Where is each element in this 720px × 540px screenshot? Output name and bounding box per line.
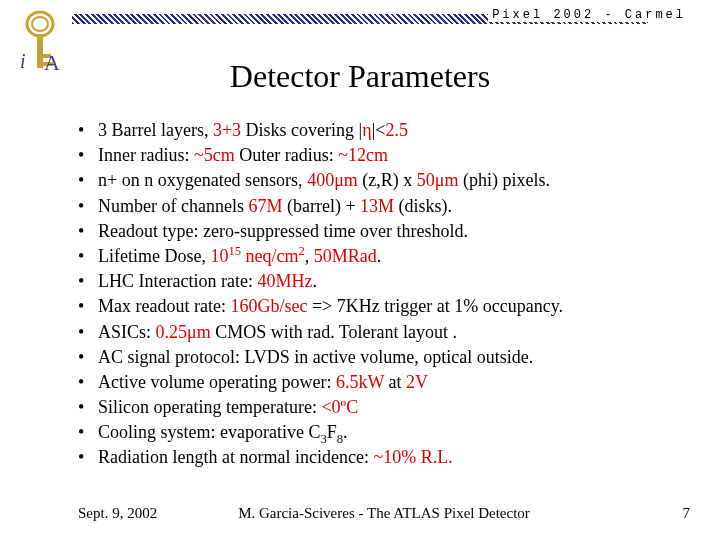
text-run: 3+3 xyxy=(213,120,241,140)
text-run: 50MRad xyxy=(314,246,377,266)
footer-center: M. Garcia-Sciveres - The ATLAS Pixel Det… xyxy=(78,505,690,522)
slide: Pixel 2002 - Carmel i A Detector Paramet… xyxy=(0,0,720,540)
text-run: 3 Barrel layers, xyxy=(98,120,213,140)
text-run: at xyxy=(384,372,406,392)
text-run: (barrel) + xyxy=(282,196,360,216)
text-run: |< xyxy=(372,120,386,140)
text-run: 10 xyxy=(210,246,228,266)
text-run: 0.25μm xyxy=(156,322,211,342)
text-run: LHC Interaction rate: xyxy=(98,271,257,291)
text-run: 160Gb/sec xyxy=(230,296,307,316)
text-run: . xyxy=(312,271,317,291)
text-run: Readout type: zero-suppressed time over … xyxy=(98,221,468,241)
text-run: ~10% R.L. xyxy=(373,447,452,467)
text-run: n+ on n oxygenated sensors, xyxy=(98,170,307,190)
bullet-item: Cooling system: evaporative C3F8. xyxy=(78,420,680,445)
text-run: Inner radius: xyxy=(98,145,194,165)
text-run: Disks covering | xyxy=(241,120,362,140)
text-run: CMOS with rad. Tolerant layout . xyxy=(211,322,457,342)
bullet-item: AC signal protocol: LVDS in active volum… xyxy=(78,345,680,370)
text-run: ~12cm xyxy=(338,145,388,165)
bullet-item: Active volume operating power: 6.5kW at … xyxy=(78,370,680,395)
text-run: Cooling system: evaporative C xyxy=(98,422,320,442)
bullet-item: Readout type: zero-suppressed time over … xyxy=(78,219,680,244)
text-run: Silicon operating temperature: xyxy=(98,397,321,417)
bullet-item: Number of channels 67M (barrel) + 13M (d… xyxy=(78,194,680,219)
text-run: ~5cm xyxy=(194,145,235,165)
header-label: Pixel 2002 - Carmel xyxy=(488,8,690,22)
text-run: 400μm xyxy=(307,170,358,190)
text-run: , xyxy=(305,246,314,266)
bullet-item: LHC Interaction rate: 40MHz. xyxy=(78,269,680,294)
text-run: (z,R) x xyxy=(358,170,417,190)
bullet-item: Inner radius: ~5cm Outer radius: ~12cm xyxy=(78,143,680,168)
text-run: Lifetime Dose, xyxy=(98,246,210,266)
bullet-list: 3 Barrel layers, 3+3 Disks covering |η|<… xyxy=(78,118,680,471)
text-run: η xyxy=(362,120,371,140)
text-run: neq/cm xyxy=(241,246,298,266)
svg-point-1 xyxy=(32,17,48,31)
text-run: (phi) pixels. xyxy=(458,170,550,190)
slide-title: Detector Parameters xyxy=(0,58,720,95)
text-run: 15 xyxy=(228,244,241,258)
footer: Sept. 9, 2002 M. Garcia-Sciveres - The A… xyxy=(78,505,690,522)
text-run: 13M xyxy=(360,196,394,216)
text-run: => 7KHz trigger at 1% occupancy. xyxy=(307,296,563,316)
bullet-item: Silicon operating temperature: <0ºC xyxy=(78,395,680,420)
bullet-item: n+ on n oxygenated sensors, 400μm (z,R) … xyxy=(78,168,680,193)
bullet-item: Radiation length at normal incidence: ~1… xyxy=(78,445,680,470)
text-run: Active volume operating power: xyxy=(98,372,336,392)
text-run: Outer radius: xyxy=(235,145,338,165)
bullet-item: ASICs: 0.25μm CMOS with rad. Tolerant la… xyxy=(78,320,680,345)
bullet-item: Lifetime Dose, 1015 neq/cm2, 50MRad. xyxy=(78,244,680,269)
text-run: 2.5 xyxy=(385,120,408,140)
bullet-item: Max readout rate: 160Gb/sec => 7KHz trig… xyxy=(78,294,680,319)
text-run: Radiation length at normal incidence: xyxy=(98,447,373,467)
text-run: . xyxy=(343,422,348,442)
text-run: ASICs: xyxy=(98,322,156,342)
bullet-item: 3 Barrel layers, 3+3 Disks covering |η|<… xyxy=(78,118,680,143)
text-run: . xyxy=(377,246,382,266)
text-run: 2V xyxy=(406,372,428,392)
svg-point-0 xyxy=(27,12,53,36)
text-run: AC signal protocol: LVDS in active volum… xyxy=(98,347,533,367)
text-run: 40MHz xyxy=(257,271,312,291)
text-run: Number of channels xyxy=(98,196,248,216)
text-run: 67M xyxy=(248,196,282,216)
text-run: <0ºC xyxy=(321,397,358,417)
text-run: 50μm xyxy=(417,170,459,190)
text-run: 6.5kW xyxy=(336,372,384,392)
text-run: (disks). xyxy=(394,196,452,216)
text-run: F xyxy=(327,422,337,442)
text-run: Max readout rate: xyxy=(98,296,230,316)
